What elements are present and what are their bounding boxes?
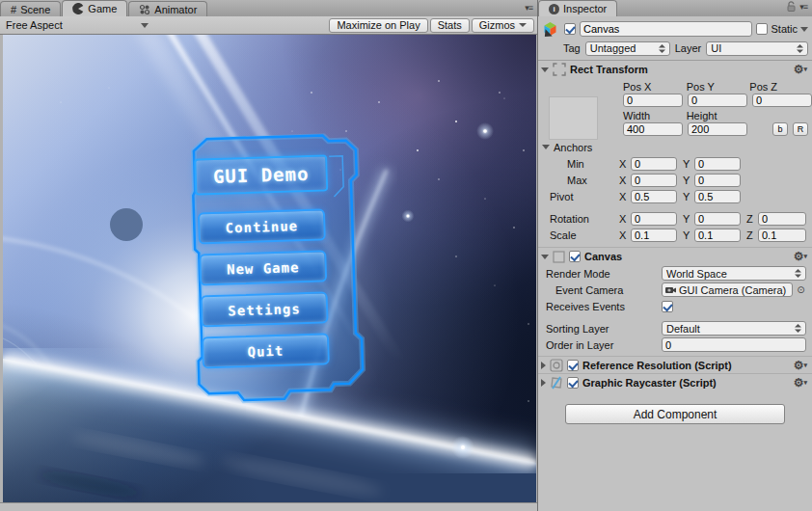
event-camera-label: Event Camera bbox=[546, 284, 662, 296]
graphic-raycaster-enabled-checkbox[interactable] bbox=[567, 377, 579, 389]
reference-resolution-foldout[interactable] bbox=[541, 362, 546, 369]
render-mode-dropdown[interactable]: World Space bbox=[662, 266, 806, 281]
layer-dropdown[interactable]: UI bbox=[706, 41, 808, 56]
pos-y-field[interactable] bbox=[688, 94, 747, 107]
rotation-label: Rotation bbox=[542, 213, 619, 225]
width-label: Width bbox=[623, 110, 682, 121]
anchor-preview[interactable] bbox=[549, 96, 598, 140]
anchors-max-label: Max bbox=[542, 175, 619, 186]
stats-button[interactable]: Stats bbox=[430, 18, 470, 33]
game-viewport[interactable]: GUI Demo Continue New Game Settings Quit bbox=[3, 35, 536, 502]
axis-z-label: Z bbox=[746, 213, 758, 225]
inspector-panel: i Inspector ▾≡ bbox=[537, 0, 812, 511]
static-label: Static bbox=[771, 23, 798, 35]
pos-z-field[interactable] bbox=[752, 94, 812, 107]
scene-icon: # bbox=[11, 4, 16, 15]
graphic-raycaster-foldout[interactable] bbox=[541, 379, 546, 387]
receives-events-checkbox[interactable] bbox=[662, 301, 673, 312]
gear-icon[interactable]: ⚙▾ bbox=[794, 251, 807, 262]
graphic-raycaster-icon bbox=[550, 376, 563, 390]
unity-editor: # Scene Game Animator bbox=[0, 0, 812, 511]
width-field[interactable] bbox=[623, 122, 683, 136]
settings-button[interactable]: Settings bbox=[201, 291, 329, 327]
scale-x-field[interactable] bbox=[631, 229, 677, 242]
tab-scene[interactable]: # Scene bbox=[0, 1, 61, 16]
gear-icon[interactable]: ⚙▾ bbox=[794, 377, 807, 389]
anchors-max-y-field[interactable] bbox=[694, 174, 741, 187]
anchors-min-y-field[interactable] bbox=[694, 157, 741, 171]
gameobject-header: Static Tag Untagged Layer UI bbox=[538, 16, 812, 60]
raw-edit-mode-button[interactable]: R bbox=[793, 122, 808, 136]
gui-demo-menu: GUI Demo Continue New Game Settings Quit bbox=[181, 132, 369, 419]
scale-z-field[interactable] bbox=[758, 229, 806, 242]
new-game-button[interactable]: New Game bbox=[199, 250, 327, 285]
rotation-y-field[interactable] bbox=[694, 212, 741, 226]
rect-transform-component: Rect Transform ⚙▾ Pos X Pos Y Pos Z bbox=[538, 61, 812, 247]
graphic-raycaster-component: Graphic Raycaster (Script) ⚙▾ bbox=[538, 373, 812, 390]
render-mode-label: Render Mode bbox=[546, 268, 662, 280]
pos-z-label: Pos Z bbox=[749, 81, 808, 93]
chevron-down-icon bbox=[141, 23, 149, 28]
axis-z-label: Z bbox=[746, 229, 758, 241]
blueprint-mode-button[interactable]: b bbox=[772, 122, 788, 136]
animator-icon bbox=[139, 4, 150, 15]
static-checkbox[interactable] bbox=[756, 23, 768, 35]
game-panel-border bbox=[0, 502, 537, 511]
tab-game[interactable]: Game bbox=[62, 0, 127, 16]
quit-button[interactable]: Quit bbox=[202, 333, 330, 368]
pos-y-label: Pos Y bbox=[687, 81, 745, 93]
event-camera-object-field[interactable]: GUI Camera (Camera) bbox=[662, 282, 793, 297]
reference-resolution-enabled-checkbox[interactable] bbox=[567, 360, 579, 371]
axis-y-label: Y bbox=[683, 175, 694, 186]
pivot-x-field[interactable] bbox=[631, 190, 677, 203]
pivot-label: Pivot bbox=[542, 191, 619, 202]
canvas-icon bbox=[553, 251, 565, 263]
canvas-enabled-checkbox[interactable] bbox=[569, 251, 581, 262]
aspect-dropdown[interactable]: Free Aspect bbox=[6, 18, 149, 33]
game-pane-menu-icon[interactable]: ▾≡ bbox=[525, 4, 532, 13]
anchors-min-x-field[interactable] bbox=[631, 157, 677, 171]
lock-icon[interactable] bbox=[787, 1, 797, 13]
inspector-pane-menu-icon[interactable]: ▾≡ bbox=[799, 3, 807, 12]
gizmos-button[interactable]: Gizmos bbox=[472, 18, 534, 33]
tab-inspector[interactable]: i Inspector bbox=[538, 0, 617, 16]
tab-game-label: Game bbox=[88, 3, 117, 14]
rect-transform-foldout[interactable] bbox=[541, 67, 549, 72]
add-component-button[interactable]: Add Component bbox=[565, 404, 785, 424]
info-icon: i bbox=[549, 4, 559, 14]
axis-y-label: Y bbox=[683, 213, 694, 225]
pos-x-field[interactable] bbox=[623, 94, 683, 107]
sorting-layer-dropdown[interactable]: Default bbox=[662, 321, 806, 336]
inspector-body: Static Tag Untagged Layer UI bbox=[538, 16, 812, 511]
static-dropdown-icon[interactable] bbox=[800, 27, 808, 32]
continue-button[interactable]: Continue bbox=[198, 208, 326, 244]
height-field[interactable] bbox=[688, 122, 747, 136]
tab-animator-label: Animator bbox=[154, 4, 197, 15]
rotation-x-field[interactable] bbox=[631, 212, 677, 226]
order-in-layer-field[interactable] bbox=[662, 337, 806, 352]
gear-icon[interactable]: ⚙▾ bbox=[794, 64, 807, 75]
tab-animator[interactable]: Animator bbox=[128, 1, 207, 16]
anchors-max-x-field[interactable] bbox=[631, 174, 677, 187]
maximize-on-play-button[interactable]: Maximize on Play bbox=[329, 18, 427, 33]
axis-y-label: Y bbox=[683, 191, 694, 202]
axis-x-label: X bbox=[619, 213, 631, 225]
pivot-y-field[interactable] bbox=[694, 190, 741, 203]
axis-x-label: X bbox=[619, 175, 631, 186]
gameobject-name-field[interactable] bbox=[580, 21, 752, 37]
scale-y-field[interactable] bbox=[694, 229, 741, 242]
gear-icon[interactable]: ⚙▾ bbox=[794, 360, 807, 371]
camera-icon bbox=[665, 285, 676, 294]
gameobject-cube-icon[interactable] bbox=[542, 21, 560, 38]
height-label: Height bbox=[687, 110, 745, 121]
tab-inspector-label: Inspector bbox=[563, 3, 607, 14]
tag-dropdown[interactable]: Untagged bbox=[585, 41, 670, 56]
object-picker-icon[interactable]: ⊙ bbox=[796, 284, 806, 295]
gameobject-active-checkbox[interactable] bbox=[564, 23, 576, 35]
game-icon bbox=[72, 3, 84, 14]
anchors-foldout[interactable] bbox=[542, 145, 550, 149]
rotation-z-field[interactable] bbox=[758, 212, 806, 226]
order-in-layer-label: Order in Layer bbox=[546, 339, 662, 351]
canvas-foldout[interactable] bbox=[541, 255, 549, 259]
tag-label: Tag bbox=[563, 42, 581, 54]
